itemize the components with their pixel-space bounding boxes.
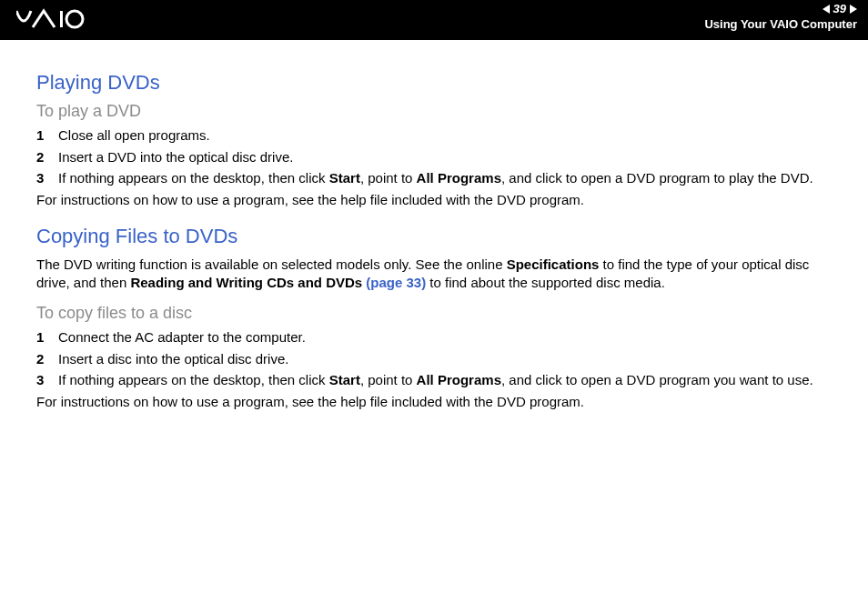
section-title-copying-files: Copying Files to DVDs [36,225,832,248]
step-item: Insert a disc into the optical disc driv… [36,350,832,368]
step-text: If nothing appears on the desktop, then … [58,372,329,387]
steps-list-play: Close all open programs. Insert a DVD in… [36,126,832,187]
section-title-playing-dvds: Playing DVDs [36,71,832,95]
ref-reading-writing: Reading and Writing CDs and DVDs [130,275,366,290]
step-text: , and click to open a DVD program you wa… [501,372,813,387]
intro-text: The DVD writing function is available on… [36,256,507,272]
step-item: Close all open programs. [36,126,832,145]
chapter-title: Using Your VAIO Computer [704,17,857,31]
intro-copying: The DVD writing function is available on… [36,256,832,291]
ui-ref-all-programs: All Programs [417,170,501,186]
subsection-title-to-play: To play a DVD [36,102,832,121]
step-text: If nothing appears on the desktop, then … [58,170,329,186]
step-item: If nothing appears on the desktop, then … [36,169,832,187]
header-nav: 39 Using Your VAIO Computer [704,2,857,31]
footnote-play: For instructions on how to use a program… [36,191,832,209]
page-header: 39 Using Your VAIO Computer [0,0,868,40]
steps-list-copy: Connect the AC adapter to the computer. … [36,328,832,389]
next-page-icon[interactable] [850,5,857,14]
step-item: Connect the AC adapter to the computer. [36,328,832,347]
page-link-33[interactable]: (page 33) [366,275,426,290]
subsection-title-to-copy: To copy files to a disc [36,304,832,323]
footnote-copy: For instructions on how to use a program… [36,393,832,411]
prev-page-icon[interactable] [823,5,830,14]
ui-ref-start: Start [329,372,360,387]
ref-specifications: Specifications [507,256,600,272]
step-text: , point to [360,372,417,387]
step-text: , and click to open a DVD program to pla… [501,170,813,186]
step-item: Insert a DVD into the optical disc drive… [36,148,832,166]
intro-text: to find about the supported disc media. [426,275,665,290]
svg-point-1 [66,11,83,27]
page-number: 39 [833,2,846,15]
step-item: If nothing appears on the desktop, then … [36,371,832,389]
svg-rect-0 [60,11,63,27]
step-text: , point to [360,170,417,186]
ui-ref-all-programs: All Programs [417,372,501,387]
page-content: Playing DVDs To play a DVD Close all ope… [0,40,868,410]
ui-ref-start: Start [329,170,360,186]
vaio-logo [16,7,116,33]
